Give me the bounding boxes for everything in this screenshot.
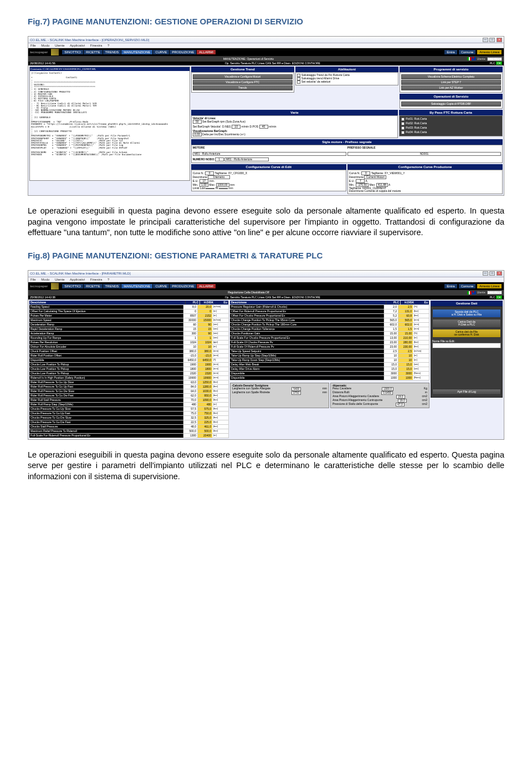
fld-prefisso[interactable]: ND001 bbox=[347, 152, 501, 156]
menu-applicativi[interactable]: Applicativi bbox=[70, 278, 85, 281]
tab-curve[interactable]: CURVE bbox=[153, 284, 169, 288]
sub-contaore[interactable]: CONTAORE bbox=[305, 62, 320, 65]
btn-apri-log[interactable]: Apri File di Log bbox=[432, 389, 501, 395]
btn-comune[interactable]: Comune bbox=[459, 284, 476, 288]
minimize-icon[interactable]: — bbox=[483, 271, 488, 276]
fld-dneg[interactable]: 10 bbox=[232, 125, 241, 129]
btn-save-rtdb[interactable]: Salvataggio Copia di RTDB.DBF bbox=[401, 101, 501, 106]
flag-uk-icon[interactable] bbox=[472, 57, 476, 60]
table-row: Rapid Deceleration Ramp1515[sec] bbox=[29, 327, 229, 332]
btn-carica-file[interactable]: Carica dati da File ce conferma H. Disk bbox=[432, 329, 501, 338]
menu-utente[interactable]: Utente bbox=[55, 44, 65, 47]
sub-lineacan[interactable]: Linea CAN bbox=[258, 62, 271, 65]
menu-applicativi[interactable]: Applicativi bbox=[70, 44, 85, 47]
tab-manutenzione[interactable]: MANUTENZIONE bbox=[121, 50, 152, 54]
fld-low[interactable] bbox=[206, 188, 214, 189]
table-row: Maximum Speed3000015000[m/min] bbox=[29, 318, 229, 323]
plc-status: PLC OK bbox=[490, 296, 502, 299]
btn-entra[interactable]: Entra bbox=[444, 50, 457, 54]
tab-allarmi[interactable]: ALLARMI bbox=[197, 284, 216, 288]
tab-produzione[interactable]: PRODUZIONE bbox=[170, 50, 196, 54]
sub-opservizio[interactable]: Op. Servizio bbox=[225, 62, 240, 65]
menu-finestra[interactable]: Finestra bbox=[90, 44, 103, 47]
fld-curva-p[interactable]: 0 bbox=[361, 171, 370, 175]
sub-lineacan[interactable]: Linea CAN bbox=[258, 296, 271, 299]
sub-setrr[interactable]: Set RR e Diam. bbox=[272, 62, 291, 65]
chk-ftc02[interactable] bbox=[401, 122, 405, 125]
fld-hi[interactable] bbox=[219, 188, 228, 189]
table-row: Take-Up Ramp Down Step (Stepr10Ms)1010[n… bbox=[230, 358, 429, 363]
hdr-gestione-dati: Gestione Dati bbox=[431, 301, 503, 306]
btn-arresto[interactable]: Arresto Linea bbox=[477, 50, 502, 54]
btn-entra[interactable]: Entra bbox=[444, 284, 457, 288]
fld-nodo[interactable]: 1 bbox=[215, 158, 224, 161]
sub-taratura[interactable]: Taratura PLC bbox=[241, 296, 257, 299]
btn-carica-hdisk[interactable]: Carica Dati da H.Disk a PLC bbox=[432, 319, 501, 328]
menu-file[interactable]: File bbox=[30, 44, 36, 47]
menubar: File Modo Utente Applicativi Finestra ? bbox=[28, 43, 504, 48]
chk-ftc01[interactable] bbox=[401, 118, 405, 121]
sub-edizioni[interactable]: EDIZIONI bbox=[292, 62, 304, 65]
constants-text[interactable]: |(((x=yaxis= Costanti) + Costanti ; ; **… bbox=[31, 72, 188, 156]
chk-ftc03[interactable] bbox=[401, 126, 405, 130]
table-row: Chucks Low Position To Pickup19001900[mm… bbox=[29, 363, 229, 367]
btn-vis-ftc[interactable]: Visualizza e Configura FTC bbox=[193, 80, 293, 85]
chk-set-vel[interactable] bbox=[297, 80, 300, 84]
minimize-icon[interactable]: — bbox=[483, 38, 488, 42]
menu-help[interactable]: ? bbox=[108, 44, 109, 47]
tab-curve[interactable]: CURVE bbox=[153, 50, 169, 54]
menu-file[interactable]: File bbox=[30, 278, 36, 281]
tab-sinottici[interactable]: SINOTTICI bbox=[62, 284, 83, 288]
close-icon[interactable]: × bbox=[497, 271, 502, 276]
file-input[interactable] bbox=[432, 343, 501, 348]
window-titlebar: CO.EL.ME. - SCALINK Man Machine Interfac… bbox=[28, 37, 504, 43]
btn-arresto[interactable]: Arresto Linea bbox=[477, 284, 502, 288]
menu-utente[interactable]: Utente bbox=[55, 278, 65, 281]
flag-uk-icon[interactable] bbox=[472, 291, 476, 294]
tab-ricette[interactable]: RICETTE bbox=[84, 50, 103, 54]
maximize-icon[interactable]: □ bbox=[489, 271, 495, 276]
menu-finestra[interactable]: Finestra bbox=[90, 278, 103, 281]
btn-sposta-plc[interactable]: Sposta dati da PLC a H. Disk e Salva su … bbox=[432, 309, 501, 318]
fld-larg-all[interactable]: 5400 bbox=[291, 387, 301, 391]
sub-opservizio[interactable]: Op. Servizio bbox=[225, 296, 240, 299]
btn-step7[interactable]: Link per STEP 7 bbox=[401, 80, 501, 85]
btn-schema[interactable]: Visualizza Schema Elettrico Completo bbox=[401, 74, 501, 79]
gestione-dati-panel: Gestione Dati Sposta dati da PLC a H. Di… bbox=[431, 301, 503, 438]
table-row: Chucks Pressure To Go Dw Fast22,5225,0[b… bbox=[29, 420, 229, 425]
fld-delta[interactable]: 0,03 bbox=[193, 133, 202, 136]
chk-ftc04[interactable] bbox=[401, 131, 405, 134]
fld-larg-ris[interactable]: 3750 bbox=[291, 391, 301, 395]
sub-contaore[interactable]: CONTAORE bbox=[305, 296, 320, 299]
menu-modo[interactable]: Modo bbox=[41, 44, 49, 47]
fld-dpos[interactable]: 40 bbox=[259, 125, 268, 129]
tab-ricette[interactable]: RICETTE bbox=[84, 284, 103, 288]
table-row: Maximum Relief Pressure To Riderroll500,… bbox=[29, 429, 229, 434]
tab-trends[interactable]: TRENDS bbox=[103, 284, 121, 288]
tab-trends[interactable]: TRENDS bbox=[103, 50, 121, 54]
fld-vel[interactable]: 50 bbox=[193, 120, 202, 124]
tab-manutenzione[interactable]: MANUTENZIONE bbox=[121, 284, 152, 288]
btn-trends[interactable]: Trends bbox=[193, 85, 293, 90]
maximize-icon[interactable]: □ bbox=[489, 38, 495, 42]
flag-it-icon[interactable] bbox=[467, 57, 472, 60]
close-icon[interactable]: × bbox=[497, 38, 502, 42]
tab-sinottici[interactable]: SINOTTICI bbox=[62, 50, 83, 54]
btn-comune[interactable]: Comune bbox=[459, 50, 476, 54]
sub-taratura[interactable]: Taratura PLC bbox=[241, 62, 257, 65]
hipernatic: -Hipernatic Peso Cavaliere1300,0KgDistan… bbox=[330, 383, 429, 408]
btn-azworker[interactable]: Link per AZ Worker bbox=[401, 85, 501, 90]
menu-help[interactable]: ? bbox=[108, 278, 109, 281]
fig7-title: Fig.7) PAGINE MANUTENZIONI: GESTIONE OPE… bbox=[28, 17, 504, 26]
sub-setrr[interactable]: Set RR e Diam. bbox=[272, 296, 291, 299]
tab-allarmi[interactable]: ALLARMI bbox=[197, 50, 216, 54]
flag-it-icon[interactable] bbox=[467, 291, 472, 294]
table-row: Rider Roll Position Offset-15,0-15,0[mm] bbox=[29, 354, 229, 358]
menu-modo[interactable]: Modo bbox=[41, 278, 49, 281]
fld-curva-e[interactable]: 0 bbox=[205, 171, 214, 175]
sub-edizioni[interactable]: EDIZIONI bbox=[292, 296, 304, 299]
tab-produzione[interactable]: PRODUZIONE bbox=[170, 284, 196, 288]
table-row: Chucks Change Position To Pickup The 95m… bbox=[230, 318, 429, 323]
btn-vis-motori[interactable]: Visualizza e Configura Motori bbox=[193, 74, 293, 79]
fld-motore[interactable]: M01 - Rullo Anteriore bbox=[193, 152, 346, 156]
